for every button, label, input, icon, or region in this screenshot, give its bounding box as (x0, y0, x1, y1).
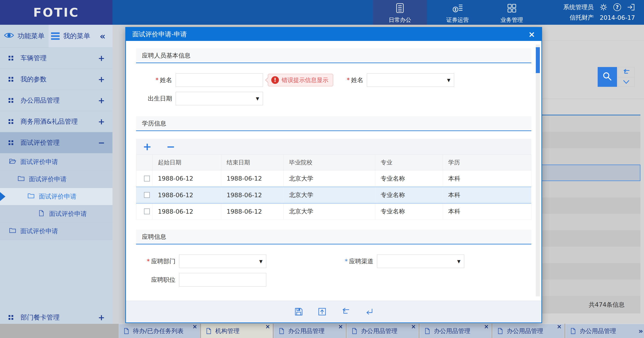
sidebar-group-label: 部门餐卡管理 (20, 313, 98, 322)
sidebar-group-office-supplies[interactable]: 办公用品管理 + (0, 90, 112, 111)
sidebar-group-label: 面试评价管理 (20, 138, 98, 147)
expand-icon[interactable]: + (98, 96, 105, 105)
tab-office-supplies[interactable]: 办公用品管理 » (566, 324, 644, 338)
name2-select[interactable]: ▼ (367, 73, 454, 87)
sidebar-group-my-params[interactable]: 我的参数 + (0, 69, 112, 90)
tab-todo-task-list[interactable]: 待办/已办任务列表 × (119, 324, 200, 338)
cell-school: 北京大学 (284, 187, 375, 203)
sidebar-group-interview-eval-mgmt[interactable]: 面试评价管理 − (0, 132, 112, 153)
folder-icon (28, 193, 35, 200)
close-icon[interactable]: × (338, 323, 343, 330)
scrollbar-thumb[interactable] (536, 47, 540, 73)
nav-item-securities-ops[interactable]: 证券运营 (430, 0, 484, 25)
nav-item-label: 业务管理 (500, 16, 523, 24)
tree-item-interview-eval-request[interactable]: 面试评价申请 (0, 171, 112, 188)
close-icon[interactable]: × (265, 323, 270, 330)
section-title: 应聘信息 (142, 233, 166, 241)
sidebar-group-label: 我的参数 (20, 75, 98, 84)
sidebar-group-vehicle-mgmt[interactable]: 车辆管理 + (0, 48, 112, 69)
help-icon[interactable]: ? (614, 3, 621, 11)
collapse-minus-icon[interactable]: − (98, 138, 105, 147)
tab-overflow-icon[interactable]: » (638, 327, 643, 335)
expand-search-button[interactable] (618, 77, 634, 87)
section-education: 学历信息 (136, 116, 531, 131)
expand-icon[interactable]: + (98, 75, 105, 84)
expand-icon[interactable]: + (98, 313, 105, 322)
chevron-down-icon (622, 79, 630, 86)
file-icon (497, 328, 503, 334)
gear-icon[interactable] (600, 3, 608, 11)
sidebar-tab-label: 功能菜单 (18, 32, 44, 41)
close-icon[interactable]: × (528, 30, 535, 38)
tree-item-interview-eval-request[interactable]: 面试评价申请 (0, 153, 112, 171)
save-button[interactable] (294, 307, 303, 316)
apply-dept-select[interactable]: ▼ (179, 254, 266, 268)
folder-open-icon (9, 158, 16, 166)
nav-item-business-mgmt[interactable]: 业务管理 (485, 0, 539, 25)
close-icon[interactable]: × (192, 323, 197, 330)
apply-position-input[interactable] (179, 273, 266, 286)
user-org: 信托财产 (570, 14, 594, 22)
required-asterisk-blue: * (345, 258, 348, 265)
cell-end-date: 1988-06-12 (221, 203, 284, 220)
cell-major: 专业名称 (375, 187, 443, 203)
logout-icon[interactable] (627, 3, 635, 11)
search-icon (602, 71, 612, 82)
upload-button[interactable] (318, 307, 326, 316)
row-checkbox[interactable] (144, 208, 150, 214)
expand-icon[interactable]: + (98, 117, 105, 126)
table-row-selected[interactable]: 1988-06-12 1988-06-12 北京大学 专业名称 本科 (136, 187, 531, 203)
name-input[interactable] (176, 73, 263, 87)
brand-logo-text: FOTIC (33, 6, 79, 20)
file-icon (279, 328, 284, 334)
name2-label: *姓名 (334, 76, 363, 84)
dialog-footer (126, 301, 542, 322)
tree-item-interview-eval-request[interactable]: 面试评价申请 (0, 223, 112, 240)
record-count: 共474条信息 (589, 301, 625, 309)
close-icon[interactable]: × (484, 323, 489, 330)
close-icon[interactable]: × (557, 323, 562, 330)
row-checkbox[interactable] (144, 176, 150, 182)
table-header-row: 起始日期 结束日期 毕业院校 专业 学历 (136, 155, 531, 170)
tree-item-interview-eval-request-selected[interactable]: 面试评价申请 (0, 188, 112, 205)
sidebar-group-business-wine-gifts[interactable]: 商务用酒&礼品管理 + (0, 111, 112, 132)
caret-down-icon: ▼ (256, 96, 259, 101)
tab-label: 办公用品管理 (288, 327, 324, 335)
error-message: 错误提示信息显示 (282, 76, 328, 84)
tab-office-supplies[interactable]: 办公用品管理 × (347, 324, 418, 338)
tree-item-label: 面试评价申请 (49, 210, 87, 218)
dialog-scrollbar[interactable] (536, 44, 540, 296)
tree-item-interview-eval-request[interactable]: 面试评价申请 (0, 205, 112, 223)
row-checkbox[interactable] (144, 192, 150, 198)
reset-button[interactable] (618, 67, 634, 77)
apply-channel-select[interactable]: ▼ (377, 254, 464, 268)
sidebar-collapse-button[interactable]: « (93, 25, 112, 48)
sidebar-group-label: 商务用酒&礼品管理 (20, 117, 98, 126)
brand-logo: FOTIC (0, 0, 112, 25)
remove-row-button[interactable]: − (166, 142, 175, 152)
search-button[interactable] (598, 67, 617, 87)
file-icon (570, 328, 576, 334)
close-icon[interactable]: × (411, 323, 416, 330)
drag-dots-icon (8, 140, 13, 145)
tab-office-supplies[interactable]: 办公用品管理 × (492, 324, 564, 338)
dialog-header[interactable]: 面试评价申请-申请 × (126, 28, 542, 41)
sidebar-tab-my-menu[interactable]: 我的菜单 (48, 25, 93, 48)
tab-office-supplies[interactable]: 办公用品管理 × (420, 324, 491, 338)
expand-icon[interactable]: + (98, 54, 105, 63)
tab-label: 办公用品管理 (361, 327, 398, 335)
birth-date-select[interactable]: ▼ (176, 92, 263, 105)
undo-button[interactable] (341, 307, 350, 316)
table-row[interactable]: 1988-06-12 1988-06-12 北京大学 专业名称 本科 (136, 203, 531, 220)
sidebar: 功能菜单 我的菜单 « 车辆管理 + 我的参数 + 办公用品管理 + 商务用酒&… (0, 25, 112, 338)
cell-start-date: 1988-06-12 (152, 187, 221, 203)
table-row[interactable]: 1988-06-12 1988-06-12 北京大学 专业名称 本科 (136, 170, 531, 187)
user-area: 系统管理员 ? 信托财产 2014-06-17 (563, 0, 635, 25)
tab-label: 机构管理 (215, 327, 240, 335)
tab-org-mgmt[interactable]: 机构管理 × (201, 324, 273, 338)
tab-office-supplies[interactable]: 办公用品管理 × (274, 324, 346, 338)
enter-button[interactable] (364, 307, 374, 316)
sidebar-tab-function-menu[interactable]: 功能菜单 (0, 25, 48, 48)
nav-item-daily-office[interactable]: 日常办公 (373, 0, 427, 25)
add-row-button[interactable]: + (143, 142, 152, 152)
